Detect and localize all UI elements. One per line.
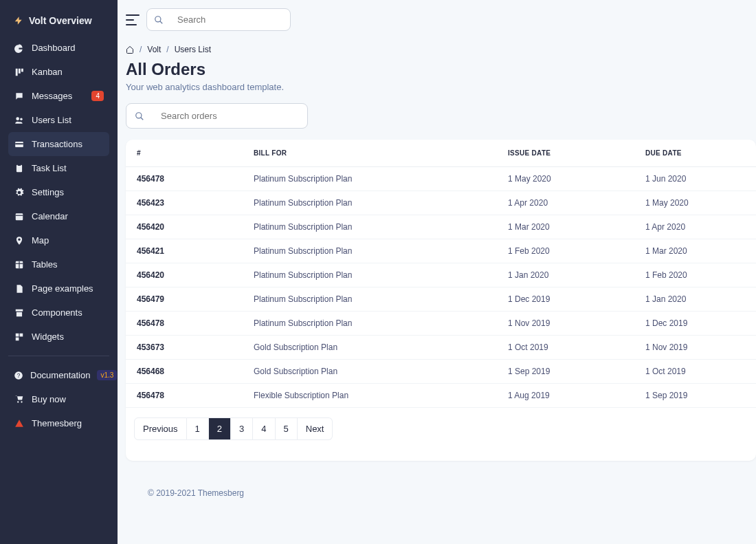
page-title: All Orders [126,60,756,79]
breadcrumb-current: Users List [175,45,211,54]
messages-badge: 4 [91,91,104,101]
main-content: / Volt / Users List All Orders Your web … [118,0,756,544]
table-row[interactable]: 456423Platinum Subscription Plan1 Apr 20… [126,191,756,215]
table-row[interactable]: 456420Platinum Subscription Plan1 Mar 20… [126,215,756,239]
orders-search-input[interactable] [153,104,307,128]
brand-link[interactable]: Volt Overview [8,11,109,30]
cell-due-date: 1 May 2020 [634,191,756,215]
sidebar-item-themesberg[interactable]: Themesberg [8,411,109,435]
table-row[interactable]: 456479Platinum Subscription Plan1 Dec 20… [126,287,756,312]
home-icon[interactable] [126,45,134,54]
cell-issue-date: 1 May 2020 [497,167,634,191]
inbox-icon [14,91,25,101]
sidebar-item-label: Task List [32,163,67,173]
table-row[interactable]: 456468Gold Subscription Plan1 Sep 20191 … [126,360,756,384]
breadcrumb-volt[interactable]: Volt [147,45,161,54]
table-row[interactable]: 456478Platinum Subscription Plan1 May 20… [126,167,756,191]
svg-rect-1 [19,68,21,73]
cell-id: 456420 [126,215,243,239]
sidebar-item-tables[interactable]: Tables [8,252,109,276]
sidebar-item-label: Settings [32,187,64,197]
pagination: Previous 12345 Next [134,417,748,440]
cell-bill-for: Platinum Subscription Plan [243,312,497,336]
sidebar-separator [8,356,109,356]
cell-bill-for: Platinum Subscription Plan [243,239,497,263]
table-row[interactable]: 456478Flexible Subscription Plan1 Aug 20… [126,384,756,408]
col-id: # [126,140,243,167]
svg-rect-6 [15,143,23,144]
svg-rect-7 [16,164,22,172]
col-bill-for: BILL FOR [243,140,497,167]
cell-issue-date: 1 Aug 2019 [497,384,634,408]
pagination-previous[interactable]: Previous [134,417,187,440]
cell-bill-for: Gold Subscription Plan [243,336,497,360]
sidebar-item-settings[interactable]: Settings [8,180,109,204]
sidebar-item-map[interactable]: Map [8,228,109,252]
svg-rect-0 [16,68,18,76]
orders-search [126,103,308,129]
svg-point-21 [155,16,161,21]
global-search [146,8,291,31]
sidebar-item-buy-now[interactable]: Buy now [8,387,109,411]
cell-id: 456478 [126,384,243,408]
svg-rect-14 [16,309,23,311]
sidebar-item-page-examples[interactable]: Page examples [8,276,109,301]
pagination-page-1[interactable]: 1 [187,417,209,440]
brand-label: Volt Overview [29,15,92,26]
cell-id: 456423 [126,191,243,215]
sidebar-item-label: Map [32,235,49,246]
sidebar-item-components[interactable]: Components [8,301,109,325]
cell-id: 456478 [126,167,243,191]
pagination-page-4[interactable]: 4 [253,417,275,440]
svg-rect-15 [16,312,22,316]
page-subtitle: Your web analytics dashboard template. [126,82,756,92]
sidebar-item-kanban[interactable]: Kanban [8,60,109,84]
cell-bill-for: Gold Subscription Plan [243,360,497,384]
sidebar-item-label: Components [32,307,82,318]
cell-due-date: 1 Feb 2020 [634,263,756,287]
sidebar-item-label: Dashboard [32,43,76,53]
sidebar-item-messages[interactable]: Messages 4 [8,84,109,108]
cell-id: 456421 [126,239,243,263]
sidebar-item-label: Kanban [32,67,63,77]
svg-rect-8 [18,164,21,165]
table-row[interactable]: 453673Gold Subscription Plan1 Oct 20191 … [126,336,756,360]
sidebar-item-label: Widgets [32,331,64,342]
sidebar-item-dashboard[interactable]: Dashboard [8,36,109,60]
svg-point-3 [16,117,19,120]
col-issue-date: ISSUE DATE [497,140,634,167]
svg-rect-10 [16,215,23,215]
pagination-next[interactable]: Next [298,417,333,440]
hamburger-toggle[interactable] [126,14,140,25]
pagination-page-5[interactable]: 5 [276,417,298,440]
sidebar-item-transactions[interactable]: Transactions [8,132,109,156]
sidebar-item-users-list[interactable]: Users List [8,108,109,132]
cell-bill-for: Platinum Subscription Plan [243,215,497,239]
sidebar-item-widgets[interactable]: Widgets [8,325,109,349]
credit-card-icon [14,140,25,149]
search-icon [147,10,170,30]
sidebar-item-label: Themesberg [32,418,82,428]
sidebar-item-task-list[interactable]: Task List [8,156,109,180]
table-icon [14,260,25,270]
cell-bill-for: Platinum Subscription Plan [243,167,497,191]
table-row[interactable]: 456478Platinum Subscription Plan1 Nov 20… [126,312,756,336]
cell-bill-for: Platinum Subscription Plan [243,191,497,215]
sidebar-item-label: Tables [32,259,58,270]
pagination-page-3[interactable]: 3 [231,417,253,440]
cell-due-date: 1 Apr 2020 [634,215,756,239]
location-icon [14,236,25,246]
svg-rect-17 [20,333,23,336]
search-input[interactable] [170,9,291,30]
pagination-page-2[interactable]: 2 [209,417,231,440]
sidebar-item-calendar[interactable]: Calendar [8,204,109,228]
sidebar-item-label: Messages [32,91,72,101]
cell-id: 456479 [126,287,243,312]
sidebar-item-documentation[interactable]: ? Documentation v1.3 [8,363,109,387]
chart-pie-icon [14,43,25,53]
calendar-icon [14,212,25,221]
breadcrumb: / Volt / Users List [126,45,756,54]
cell-id: 456420 [126,263,243,287]
table-row[interactable]: 456421Platinum Subscription Plan1 Feb 20… [126,239,756,263]
table-row[interactable]: 456420Platinum Subscription Plan1 Jan 20… [126,263,756,287]
